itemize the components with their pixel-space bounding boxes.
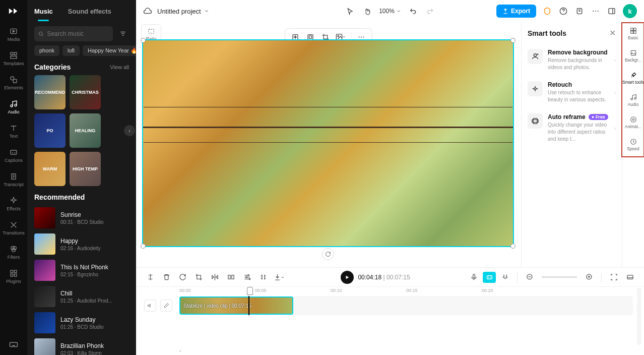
svg-point-31	[363, 36, 364, 37]
split-button[interactable]	[143, 270, 157, 284]
zoom-display[interactable]: 100%	[379, 8, 401, 15]
cat-warm[interactable]: WARM	[34, 152, 66, 186]
resize-handle-br[interactable]	[510, 244, 516, 249]
rail-captions[interactable]: Captions	[0, 143, 27, 167]
rail-keyboard[interactable]	[0, 340, 27, 349]
auto-captions-button[interactable]	[483, 272, 496, 283]
music-panel: Music Sound effects phonk lofi Happy New…	[27, 0, 136, 355]
mic-button[interactable]	[467, 270, 481, 284]
resize-handle-tl[interactable]	[141, 38, 146, 43]
track-item[interactable]: Sunrise00:31 · BCD Studio	[34, 207, 129, 228]
timeline-tracks: Stabilize | video clip | 00:07:15	[141, 296, 633, 315]
resize-handle-tr[interactable]	[510, 38, 516, 43]
category-next[interactable]: ›	[124, 125, 135, 136]
left-rail: Media Templates Elements Audio Text Capt…	[0, 0, 27, 355]
download-icon[interactable]	[574, 6, 585, 16]
zoom-slider[interactable]	[542, 276, 577, 278]
tab-sound-effects[interactable]: Sound effects	[68, 8, 111, 15]
download-button[interactable]	[272, 270, 286, 284]
cat-healing[interactable]: HEALING	[70, 113, 101, 148]
mute-button[interactable]	[144, 300, 156, 312]
shield-icon[interactable]	[542, 6, 552, 16]
search-box[interactable]	[34, 26, 113, 41]
rail-effects[interactable]: Effects	[0, 192, 27, 216]
remove-background[interactable]: Remove backgroundRemove backgrounds in v…	[528, 44, 616, 76]
chip-lofi[interactable]: lofi	[62, 45, 80, 56]
rail-audio[interactable]: Audio	[0, 95, 27, 119]
track-item[interactable]: Lazy Sunday01:26 · BCD Studio	[34, 312, 129, 333]
fit-button[interactable]	[607, 270, 621, 284]
retouch-icon	[528, 81, 543, 96]
rotate-button[interactable]	[175, 270, 189, 284]
rail-plugins[interactable]: Plugins	[0, 264, 27, 288]
flip-button[interactable]	[224, 270, 238, 284]
filter-button[interactable]	[117, 26, 129, 41]
app-logo[interactable]	[0, 0, 27, 22]
retouch[interactable]: RetouchUse retouch to enhance beauty in …	[528, 76, 616, 108]
view-all-link[interactable]: View all	[110, 64, 129, 70]
magnet-button[interactable]	[498, 270, 512, 284]
rotate-handle[interactable]	[322, 248, 334, 260]
project-title[interactable]: Untitled project	[157, 8, 209, 15]
crop-button[interactable]	[191, 270, 206, 284]
timeline-scrollbar-h[interactable]: ‹	[179, 348, 633, 353]
edit-track-button[interactable]	[160, 300, 172, 312]
delete-button[interactable]	[159, 270, 173, 284]
adjust-button[interactable]	[240, 270, 254, 284]
svg-point-48	[247, 275, 249, 276]
resize-handle-bl[interactable]	[141, 244, 146, 249]
redo-button[interactable]	[425, 6, 435, 16]
zoom-out-button[interactable]	[523, 270, 537, 284]
auto-reframe[interactable]: Auto reframe● FreeQuickly change your vi…	[528, 108, 616, 148]
hand-tool[interactable]	[362, 6, 372, 16]
close-icon[interactable]: ✕	[609, 28, 616, 38]
search-input[interactable]	[47, 30, 109, 37]
svg-point-30	[361, 36, 362, 37]
rail-filters[interactable]: Filters	[0, 240, 27, 264]
avatar[interactable]: k	[623, 4, 637, 18]
track-item[interactable]: This Is Not Phonk02:15 · Bgnzinho	[34, 260, 129, 281]
cloud-icon[interactable]	[143, 7, 152, 16]
chip-happy-new-year[interactable]: Happy New Year 🔥	[83, 45, 136, 56]
tab-music[interactable]: Music	[34, 8, 53, 15]
preview-canvas[interactable]	[142, 39, 514, 247]
cat-pop[interactable]: PO	[34, 113, 66, 148]
rail-transitions[interactable]: Transitions	[0, 216, 27, 240]
rail-elements[interactable]: Elements	[0, 71, 27, 95]
help-icon[interactable]	[558, 6, 568, 16]
export-button[interactable]: Export	[496, 5, 536, 18]
timeline-scrollbar-v[interactable]	[637, 288, 641, 345]
rail-templates[interactable]: Templates	[0, 46, 27, 71]
preview-toggle-button[interactable]	[623, 270, 637, 284]
more-icon[interactable]	[591, 6, 601, 16]
chip-phonk[interactable]: phonk	[34, 45, 59, 56]
undo-button[interactable]	[408, 6, 418, 16]
pointer-tool[interactable]	[345, 6, 355, 16]
svg-point-20	[593, 11, 594, 12]
video-track[interactable]: Stabilize | video clip | 00:07:15	[179, 296, 633, 315]
track-item[interactable]: Happy02:16 · Audiodeity	[34, 233, 129, 255]
svg-rect-24	[149, 29, 154, 33]
track-item[interactable]: Brazillian Phonk02:03 · Killa Storm	[34, 338, 129, 355]
cat-high-temp[interactable]: HIGH TEMP	[70, 152, 101, 186]
cat-christmas[interactable]: CHRISTMAS	[70, 75, 101, 109]
svg-point-33	[534, 88, 536, 90]
panel-toggle-icon[interactable]	[607, 6, 617, 16]
track-item[interactable]: Chill01:25 · Audiolist Prod...	[34, 286, 129, 307]
smart-tools-title: Smart tools	[528, 29, 566, 37]
play-button[interactable]	[341, 271, 354, 284]
svg-point-17	[39, 32, 42, 35]
rail-text[interactable]: Text	[0, 119, 27, 143]
rail-media[interactable]: Media	[0, 22, 27, 46]
svg-point-49	[246, 276, 247, 278]
svg-rect-51	[473, 274, 475, 278]
cat-recommend[interactable]: RECOMMEND	[34, 75, 66, 109]
zoom-in-button[interactable]	[582, 270, 596, 284]
mirror-button[interactable]	[208, 270, 222, 284]
svg-rect-2	[14, 52, 17, 55]
playhead[interactable]	[248, 296, 249, 315]
video-clip[interactable]: Stabilize | video clip | 00:07:15	[179, 297, 293, 315]
svg-rect-16	[10, 342, 18, 346]
freeze-button[interactable]	[256, 270, 270, 284]
rail-transcript[interactable]: Transcript	[0, 167, 27, 192]
